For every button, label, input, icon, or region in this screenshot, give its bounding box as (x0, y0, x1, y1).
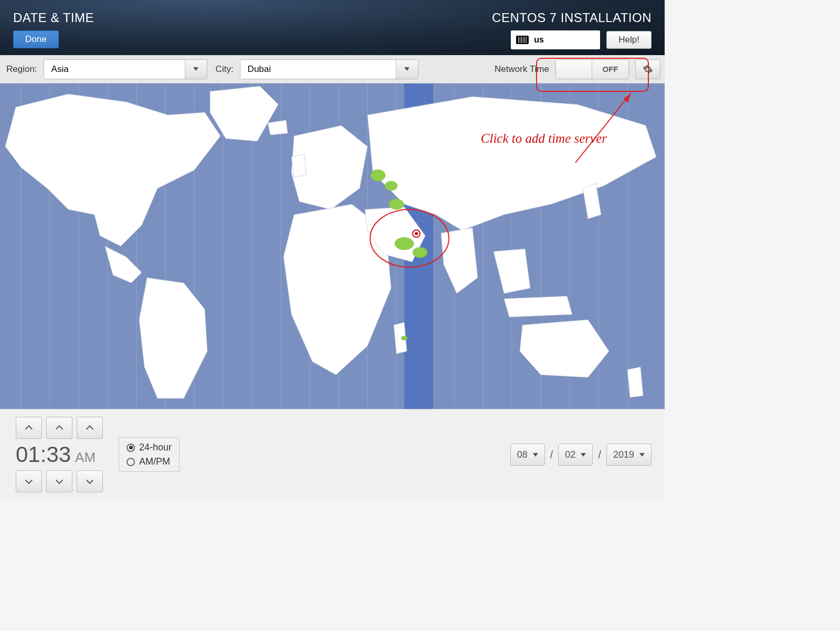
chevron-down-icon (56, 477, 63, 484)
date-controls: 08 / 02 / 2019 (510, 444, 652, 466)
chevron-down-icon (185, 60, 207, 79)
svg-point-26 (413, 247, 427, 258)
day-value: 02 (565, 449, 575, 460)
city-label: City: (216, 64, 234, 75)
svg-point-22 (371, 170, 385, 181)
format-24h-label: 24-hour (139, 442, 172, 453)
year-value: 2019 (613, 449, 634, 460)
install-title: CENTOS 7 INSTALLATION (492, 10, 652, 25)
chevron-down-icon (639, 453, 645, 457)
region-value: Asia (44, 64, 76, 75)
svg-point-25 (395, 237, 414, 250)
day-dropdown[interactable]: 02 (558, 444, 593, 466)
timezone-controls-bar: Region: Asia City: Dubai Network Time OF… (0, 55, 665, 83)
hours-up-button[interactable] (16, 417, 42, 439)
keyboard-layout-selector[interactable]: us (511, 30, 600, 49)
city-value: Dubai (240, 64, 278, 75)
year-dropdown[interactable]: 2019 (606, 444, 652, 466)
hours-down-button[interactable] (16, 470, 42, 492)
chevron-down-icon (581, 453, 586, 457)
format-ampm-label: AM/PM (139, 456, 170, 467)
minutes-up-button[interactable] (46, 417, 72, 439)
timezone-map[interactable] (0, 83, 665, 409)
chevron-up-icon (25, 425, 33, 433)
toggle-knob (556, 60, 592, 79)
network-time-label: Network Time (495, 64, 549, 75)
date-separator: / (598, 449, 601, 461)
svg-point-24 (389, 199, 404, 209)
datetime-bottom-bar: 01:33 AM 24-hour AM/PM 08 / 02 / (0, 409, 665, 500)
time-format-group: 24-hour AM/PM (119, 437, 180, 472)
format-24h-radio[interactable]: 24-hour (127, 442, 172, 453)
help-button[interactable]: Help! (606, 31, 652, 49)
time-display: 01:33 AM (16, 442, 103, 467)
region-dropdown[interactable]: Asia (44, 59, 207, 79)
minutes-value: 33 (46, 442, 71, 467)
gear-icon (643, 64, 653, 75)
radio-icon (127, 458, 135, 466)
keyboard-layout-label: us (534, 35, 544, 45)
chevron-down-icon (25, 477, 33, 484)
ampm-down-button[interactable] (77, 470, 103, 492)
chevron-down-icon (533, 453, 538, 457)
svg-point-29 (415, 232, 418, 235)
keyboard-icon (516, 36, 529, 44)
hours-value: 01 (16, 442, 40, 467)
world-landmasses (5, 86, 656, 398)
ampm-up-button[interactable] (77, 417, 103, 439)
svg-point-23 (385, 181, 397, 191)
done-button[interactable]: Done (13, 30, 59, 48)
page-title: DATE & TIME (13, 10, 94, 25)
month-value: 08 (517, 449, 528, 460)
chevron-up-icon (56, 425, 63, 433)
header-bar: DATE & TIME Done CENTOS 7 INSTALLATION u… (0, 0, 665, 55)
month-dropdown[interactable]: 08 (510, 444, 545, 466)
chevron-up-icon (86, 425, 93, 433)
time-spinners: 01:33 AM (16, 417, 103, 492)
svg-point-27 (401, 336, 407, 340)
city-dropdown[interactable]: Dubai (240, 59, 418, 79)
radio-selected-icon (127, 444, 135, 452)
chevron-down-icon (86, 477, 93, 484)
format-ampm-radio[interactable]: AM/PM (127, 456, 172, 467)
toggle-state-label: OFF (592, 60, 628, 79)
network-time-settings-button[interactable] (635, 59, 660, 79)
ampm-value: AM (75, 449, 96, 466)
network-time-toggle[interactable]: OFF (555, 59, 629, 79)
date-separator: / (550, 449, 553, 461)
minutes-down-button[interactable] (46, 470, 72, 492)
region-label: Region: (6, 64, 37, 75)
chevron-down-icon (396, 60, 418, 79)
